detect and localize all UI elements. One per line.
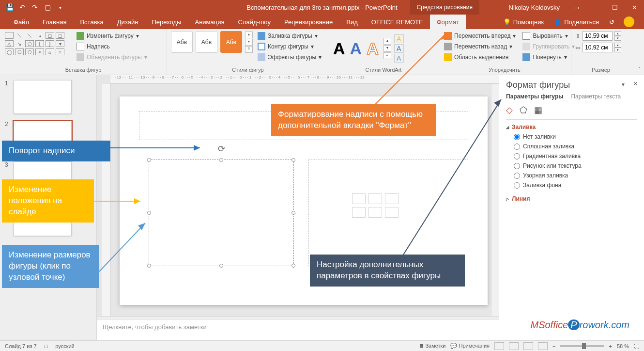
fill-picture[interactable]: Рисунок или текстура: [514, 162, 637, 169]
spin-down-icon[interactable]: ▾: [614, 48, 621, 52]
normal-view-icon[interactable]: [494, 342, 504, 350]
tab-office-remote[interactable]: OFFICE REMOTE: [365, 15, 430, 29]
fill-slide[interactable]: Заливка фона: [514, 182, 637, 189]
style-preset[interactable]: Абв: [220, 31, 242, 53]
resize-handle[interactable]: [219, 158, 223, 162]
tab-view[interactable]: Вид: [339, 15, 365, 29]
text-effects-icon[interactable]: A: [394, 54, 404, 63]
language[interactable]: русский: [55, 343, 74, 349]
spin-up-icon[interactable]: ▴: [614, 31, 621, 36]
resize-handle[interactable]: [291, 211, 295, 215]
send-backward-button[interactable]: Переместить назад ▾: [442, 42, 518, 51]
undo-icon[interactable]: ↶: [16, 1, 28, 13]
rotate-button[interactable]: Повернуть ▾: [521, 52, 577, 62]
selection-pane-button[interactable]: Область выделения: [442, 52, 518, 62]
pane-subtab-text[interactable]: Параметры текста: [571, 93, 621, 100]
sorter-view-icon[interactable]: [509, 342, 519, 350]
close-icon[interactable]: ✕: [625, 0, 644, 15]
minimize-icon[interactable]: ―: [586, 0, 605, 15]
resize-handle[interactable]: [291, 158, 295, 162]
wordart-preset[interactable]: А: [367, 39, 379, 58]
pane-close-icon[interactable]: ✕: [633, 80, 638, 87]
slide-thumb[interactable]: [14, 80, 72, 114]
wordart-preset[interactable]: А: [350, 39, 362, 58]
bring-forward-button[interactable]: Переместить вперед ▾: [442, 31, 518, 41]
feedback-icon[interactable]: [624, 16, 634, 27]
style-preset[interactable]: Абв: [196, 31, 217, 53]
resize-handle[interactable]: [219, 264, 223, 268]
fill-pattern[interactable]: Узорная заливка: [514, 172, 637, 179]
reading-view-icon[interactable]: [523, 342, 533, 350]
section-line[interactable]: Линия: [506, 195, 637, 202]
selected-shape[interactable]: ⟳: [149, 160, 294, 266]
slideshow-view-icon[interactable]: [538, 342, 548, 350]
spell-check-icon[interactable]: □: [45, 343, 48, 349]
spin-down-icon[interactable]: ▾: [614, 36, 621, 41]
edit-shape-button[interactable]: Изменить фигуру ▾: [75, 31, 149, 41]
shape-height-input[interactable]: [583, 31, 613, 41]
size-props-tab-icon[interactable]: ▦: [534, 105, 542, 115]
gallery-down-icon[interactable]: ▾: [383, 45, 391, 52]
gallery-more-icon[interactable]: ≡: [245, 46, 253, 53]
fill-none[interactable]: Нет заливки: [514, 133, 637, 140]
zoom-out-icon[interactable]: −: [552, 343, 555, 349]
shape-fill-button[interactable]: Заливка фигуры ▾: [256, 31, 323, 41]
section-fill[interactable]: Заливка: [506, 124, 637, 130]
pane-options-icon[interactable]: ▼: [621, 82, 626, 87]
redo-icon[interactable]: ↷: [29, 1, 41, 13]
slide-count[interactable]: Слайд 7 из 7: [5, 343, 37, 349]
start-slideshow-icon[interactable]: ▢: [42, 1, 53, 13]
text-fill-icon[interactable]: A: [394, 34, 404, 43]
resize-handle[interactable]: [147, 158, 151, 162]
shape-style-gallery[interactable]: Абв Абв Абв ▴▾≡: [171, 31, 253, 53]
resize-handle[interactable]: [147, 264, 151, 268]
collapse-ribbon-icon[interactable]: ˄: [638, 66, 641, 73]
shape-outline-button[interactable]: Контур фигуры ▾: [256, 42, 323, 51]
notes-toggle[interactable]: ≣ Заметки: [419, 343, 445, 349]
ribbon-display-icon[interactable]: ▭: [567, 0, 586, 15]
qat-more-icon[interactable]: ▾: [54, 1, 66, 13]
tab-insert[interactable]: Вставка: [73, 15, 110, 29]
user-name[interactable]: Nikolay Koldovsky: [509, 4, 560, 11]
tab-review[interactable]: Рецензирование: [277, 15, 339, 29]
tab-animation[interactable]: Анимация: [188, 15, 231, 29]
gallery-up-icon[interactable]: ▴: [383, 38, 391, 45]
shape-effects-button[interactable]: Эффекты фигуры ▾: [256, 52, 323, 62]
gallery-more-icon[interactable]: ≡: [383, 52, 391, 59]
share-button[interactable]: 👤Поделиться: [549, 18, 604, 26]
gallery-down-icon[interactable]: ▾: [245, 39, 253, 46]
zoom-slider[interactable]: [560, 345, 604, 347]
history-icon[interactable]: ↺: [604, 18, 619, 26]
textbox-button[interactable]: Надпись: [75, 42, 149, 51]
resize-handle[interactable]: [291, 264, 295, 268]
fit-window-icon[interactable]: ⛶: [634, 343, 639, 349]
spin-up-icon[interactable]: ▴: [614, 43, 621, 48]
wordart-gallery[interactable]: А А А ▴▾≡: [333, 38, 391, 59]
maximize-icon[interactable]: ☐: [605, 0, 625, 15]
tab-home[interactable]: Главная: [36, 15, 73, 29]
tab-transitions[interactable]: Переходы: [145, 15, 188, 29]
gallery-up-icon[interactable]: ▴: [245, 32, 253, 38]
fill-solid[interactable]: Сплошная заливка: [514, 143, 637, 150]
wordart-preset[interactable]: А: [333, 39, 345, 58]
shape-gallery[interactable]: ＼＼↳◻◻ △↘⬠{}▾ ◯⎔⬡✧⌂≡: [4, 31, 72, 56]
text-outline-icon[interactable]: A: [394, 44, 404, 53]
zoom-in-icon[interactable]: +: [609, 343, 612, 349]
zoom-value[interactable]: 58 %: [617, 343, 629, 349]
fill-grad[interactable]: Градиентная заливка: [514, 153, 637, 160]
tab-file[interactable]: Файл: [7, 15, 36, 29]
rotation-handle-icon[interactable]: ⟳: [218, 144, 225, 154]
align-button[interactable]: Выровнять ▾: [521, 31, 577, 41]
vertical-scrollbar[interactable]: [491, 84, 499, 316]
notes-pane[interactable]: Щелкните, чтобы добавить заметки: [97, 319, 499, 340]
resize-handle[interactable]: [147, 211, 151, 215]
comments-toggle[interactable]: 💬 Примечания: [450, 343, 490, 349]
tab-format[interactable]: Формат: [430, 15, 466, 29]
effects-tab-icon[interactable]: ⬠: [520, 105, 527, 115]
style-preset[interactable]: Абв: [171, 31, 193, 53]
placeholder-icons[interactable]: [352, 193, 399, 218]
save-icon[interactable]: 💾: [4, 1, 15, 13]
tab-design[interactable]: Дизайн: [110, 15, 145, 29]
fill-line-tab-icon[interactable]: ◇: [506, 105, 513, 115]
pane-subtab-shape[interactable]: Параметры фигуры: [506, 93, 563, 100]
